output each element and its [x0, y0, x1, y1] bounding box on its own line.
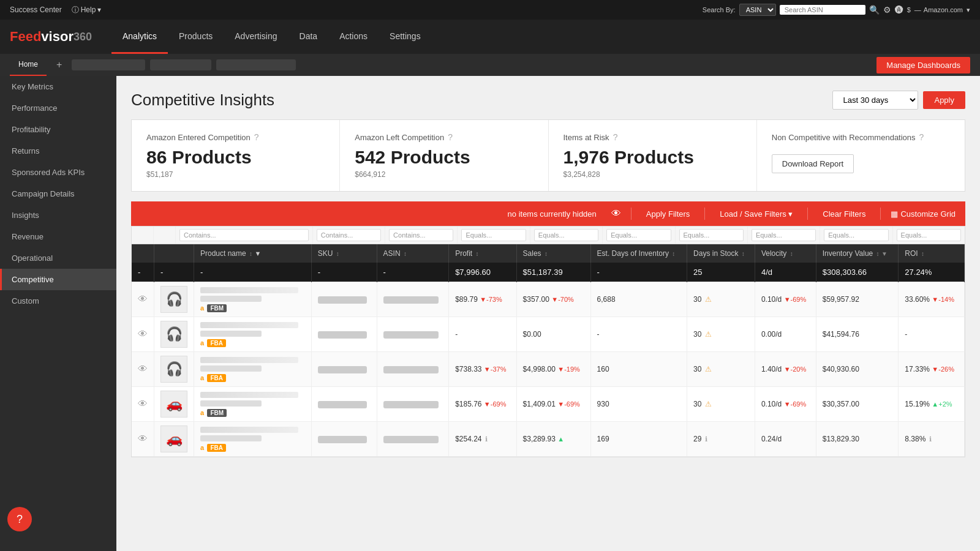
apply-button[interactable]: Apply: [923, 91, 965, 109]
amazon-a-4: a: [200, 409, 204, 416]
filter-profit[interactable]: [461, 229, 526, 241]
th-velocity[interactable]: Velocity ↕: [755, 244, 816, 263]
sidebar-item-operational[interactable]: Operational: [0, 247, 116, 269]
sidebar-item-revenue[interactable]: Revenue: [0, 226, 116, 247]
download-report-button[interactable]: Download Report: [772, 154, 854, 173]
row-sku-4: [311, 387, 377, 422]
row-eye-1[interactable]: 👁: [132, 282, 154, 317]
nav-item-actions[interactable]: Actions: [328, 20, 379, 54]
search-icon[interactable]: 🔍: [869, 5, 880, 15]
gear-icon[interactable]: ⚙: [883, 5, 891, 15]
nav-item-analytics[interactable]: Analytics: [111, 20, 168, 54]
sidebar-item-key-metrics[interactable]: Key Metrics: [0, 76, 116, 97]
row-eye-2[interactable]: 👁: [132, 317, 154, 352]
product-name-blurred-sm-1: [200, 296, 262, 302]
load-save-filters-button[interactable]: Load / Save Filters ▾: [715, 207, 797, 221]
card-amazon-left-sub: $664,912: [355, 170, 533, 179]
velocity-trend-3: ▼-20%: [784, 365, 807, 373]
nav-item-advertising[interactable]: Advertising: [224, 20, 288, 54]
filter-est-days[interactable]: [606, 229, 671, 241]
th-profit[interactable]: Profit ↕: [449, 244, 516, 263]
row-eye-3[interactable]: 👁: [132, 352, 154, 387]
customize-grid-button[interactable]: ▦ Customize Grid: [891, 209, 956, 219]
filter-inv-value[interactable]: [824, 229, 888, 241]
roi-trend-4: ▲+2%: [932, 400, 952, 408]
filter-product-name[interactable]: [179, 229, 309, 241]
sidebar-item-custom[interactable]: Custom: [0, 290, 116, 312]
filter-sku[interactable]: [317, 229, 381, 241]
row-profit-3: $738.33 ▼-37%: [449, 352, 516, 387]
filter-asin[interactable]: [389, 229, 453, 241]
eye-icon[interactable]: 👁: [611, 208, 621, 219]
success-center-link[interactable]: Success Center: [10, 6, 62, 14]
data-table: Product name ↕ ▼ SKU ↕ ASIN ↕ Profit ↕ S…: [131, 226, 965, 457]
th-roi[interactable]: ROI ↕: [899, 244, 965, 263]
card-items-risk-sub: $3,254,828: [564, 170, 742, 179]
sidebar-item-performance[interactable]: Performance: [0, 97, 116, 119]
row-days-stock-5: 29 ℹ: [687, 422, 755, 457]
th-days-stock[interactable]: Days in Stock ↕: [687, 244, 755, 263]
tab-add-button[interactable]: +: [51, 59, 67, 70]
asin-blurred-5: [383, 436, 439, 443]
th-product-name[interactable]: Product name ↕ ▼: [194, 244, 312, 263]
product-name-blurred-3: [200, 357, 298, 363]
amazon-account-icon: 🅐: [895, 5, 903, 15]
sidebar-item-sponsored-ads[interactable]: Sponsored Ads KPIs: [0, 162, 116, 183]
row-img-1: 🎧: [154, 282, 194, 317]
row-eye-5[interactable]: 👁: [132, 422, 154, 457]
card-info-icon-3[interactable]: ?: [613, 132, 618, 142]
filter-roi[interactable]: [897, 229, 961, 241]
manage-dashboards-button[interactable]: Manage Dashboards: [876, 57, 970, 73]
product-img-icon-5: 🚗: [166, 431, 183, 447]
search-input[interactable]: [780, 5, 865, 15]
th-est-days[interactable]: Est. Days of Inventory ↕: [590, 244, 687, 263]
row-name-2: a FBA: [194, 317, 312, 352]
help-floating-button[interactable]: ?: [7, 507, 32, 531]
row-inv-value-2: $41,594.76: [816, 317, 899, 352]
th-asin[interactable]: ASIN ↕: [377, 244, 449, 263]
card-info-icon-4[interactable]: ?: [919, 132, 924, 142]
th-inv-value[interactable]: Inventory Value ↕ ▼: [816, 244, 899, 263]
sidebar-item-profitability[interactable]: Profitability: [0, 119, 116, 140]
row-sku-1: [311, 282, 377, 317]
nav-item-settings[interactable]: Settings: [379, 20, 432, 54]
clear-filters-button[interactable]: Clear Filters: [818, 207, 870, 221]
table-row: 👁 🎧 a FBA: [132, 317, 965, 352]
card-info-icon-1[interactable]: ?: [254, 132, 259, 142]
totals-roi: 27.24%: [899, 263, 965, 282]
filter-velocity[interactable]: [752, 229, 816, 241]
profit-trend-3: ▼-37%: [484, 365, 507, 373]
card-info-icon-2[interactable]: ?: [448, 132, 453, 142]
row-asin-3: [377, 352, 449, 387]
apply-filters-button[interactable]: Apply Filters: [641, 207, 695, 221]
row-asin-1: [377, 282, 449, 317]
row-est-days-1: 6,688: [590, 282, 687, 317]
badge-fbm-4: FBM: [207, 409, 227, 417]
search-type-select[interactable]: ASIN: [739, 4, 776, 16]
sidebar: Key Metrics Performance Profitability Re…: [0, 76, 116, 551]
filter-icon: ▼: [254, 250, 261, 257]
totals-eye: -: [132, 263, 154, 282]
filter-days-stock[interactable]: [679, 229, 744, 241]
th-sales[interactable]: Sales ↕: [516, 244, 590, 263]
top-bar-left: Success Center ⓘ Help ▾: [10, 5, 101, 15]
filter-sales[interactable]: [534, 229, 598, 241]
row-eye-4[interactable]: 👁: [132, 387, 154, 422]
nav-item-products[interactable]: Products: [168, 20, 224, 54]
row-img-3: 🎧: [154, 352, 194, 387]
product-name-blurred-1: [200, 287, 298, 293]
card-non-competitive-title: Non Competitive with Recommendations ?: [772, 132, 950, 142]
tab-home[interactable]: Home: [10, 54, 47, 76]
sidebar-item-campaign-details[interactable]: Campaign Details: [0, 183, 116, 204]
tab-bar: Home + Manage Dashboards: [0, 54, 980, 76]
th-sku[interactable]: SKU ↕: [311, 244, 377, 263]
sidebar-item-returns[interactable]: Returns: [0, 140, 116, 162]
top-bar: Success Center ⓘ Help ▾ Search By: ASIN …: [0, 0, 980, 20]
sidebar-item-insights[interactable]: Insights: [0, 204, 116, 226]
sidebar-item-competitive[interactable]: Competitive: [0, 269, 116, 290]
help-link[interactable]: ⓘ Help ▾: [72, 5, 102, 15]
date-filter-select[interactable]: Last 30 days: [832, 91, 918, 110]
card-amazon-entered-sub: $51,187: [146, 170, 325, 179]
nav-item-data[interactable]: Data: [288, 20, 329, 54]
totals-velocity: 4/d: [755, 263, 816, 282]
